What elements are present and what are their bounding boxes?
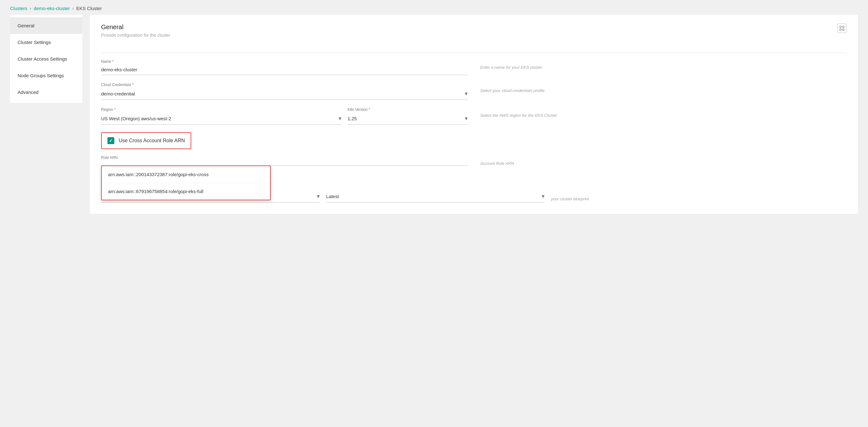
cloud-credentials-dropdown-arrow: ▾ — [465, 90, 468, 97]
cloud-credentials-hint: Select your cloud credentials profile — [480, 83, 847, 93]
region-dropdown-arrow: ▾ — [339, 115, 341, 122]
name-value[interactable]: demo-eks-cluster — [101, 65, 468, 75]
bottom-field-latest: Latest ▾ — [326, 191, 545, 203]
latest-select[interactable]: Latest ▾ — [326, 191, 545, 203]
k8s-select[interactable]: 1.25 ▾ — [348, 113, 468, 125]
blueprint-hint: your cluster blueprint — [551, 191, 847, 201]
cloud-credentials-value: demo-credential — [101, 91, 135, 96]
role-arn-dropdown: arn:aws:iam::200143372387:role/gopi-eks-… — [101, 165, 271, 200]
expand-icon[interactable] — [837, 24, 847, 33]
region-select[interactable]: US West (Oregon) aws/us-west-2 ▾ — [101, 113, 341, 125]
breadcrumb-sep1: › — [30, 6, 31, 11]
role-arn-input[interactable] — [101, 161, 468, 166]
name-field: Name * demo-eks-cluster — [101, 59, 468, 75]
k8s-label: K8s Version * — [348, 108, 468, 112]
sidebar-item-general[interactable]: General — [10, 17, 82, 34]
breadcrumb: Clusters › demo-eks-cluster › EKS Cluste… — [0, 0, 868, 15]
breadcrumb-current: EKS Cluster — [76, 6, 102, 11]
svg-rect-1 — [843, 26, 844, 28]
dropdown-option-1[interactable]: arn:aws:iam::200143372387:role/gopi-eks-… — [102, 166, 270, 183]
breadcrumb-sep2: › — [72, 6, 73, 11]
breadcrumb-clusters[interactable]: Clusters — [10, 6, 27, 11]
role-arn-field: Role ARN arn:aws:iam::200143372387:role/… — [101, 155, 468, 166]
region-hint: Select the AWS region for the EKS Cluste… — [480, 108, 847, 118]
role-arn-label: Role ARN — [101, 155, 468, 160]
region-k8s-fields: Region * US West (Oregon) aws/us-west-2 … — [101, 108, 468, 125]
region-field: Region * US West (Oregon) aws/us-west-2 … — [101, 108, 341, 125]
cross-account-checkbox[interactable]: ✓ — [107, 137, 114, 144]
cloud-credentials-select[interactable]: demo-credential ▾ — [101, 88, 468, 100]
svg-rect-0 — [840, 26, 841, 28]
cross-account-checkbox-row[interactable]: ✓ Use Cross Account Role ARN — [101, 132, 191, 149]
page-subtitle: Provide configuration for the cluster — [101, 33, 170, 38]
content-area: General Provide configuration for the cl… — [90, 15, 858, 214]
cloud-credentials-label: Cloud Credentials * — [101, 83, 468, 87]
svg-rect-2 — [840, 29, 841, 30]
latest-value: Latest — [326, 194, 339, 199]
name-label: Name * — [101, 59, 468, 64]
sidebar-item-cluster-access-settings[interactable]: Cluster Access Settings — [10, 51, 82, 67]
sidebar: General Cluster Settings Cluster Access … — [10, 15, 82, 103]
role-arn-hint: Account Role ARN — [480, 155, 847, 166]
breadcrumb-cluster-name[interactable]: demo-eks-cluster — [34, 6, 70, 11]
region-label: Region * — [101, 108, 341, 112]
checkbox-check-icon: ✓ — [109, 138, 113, 143]
sidebar-item-node-groups-settings[interactable]: Node Groups Settings — [10, 67, 82, 84]
sidebar-item-cluster-settings[interactable]: Cluster Settings — [10, 34, 82, 51]
region-value: US West (Oregon) aws/us-west-2 — [101, 116, 171, 121]
latest-dropdown-arrow: ▾ — [542, 193, 545, 200]
name-hint: Enter a name for your EKS cluster — [480, 59, 847, 70]
k8s-value: 1.25 — [348, 116, 357, 121]
k8s-version-field: K8s Version * 1.25 ▾ — [348, 108, 468, 125]
sidebar-item-advanced[interactable]: Advanced — [10, 84, 82, 100]
k8s-dropdown-arrow: ▾ — [465, 115, 468, 122]
page-title: General — [101, 24, 170, 31]
cloud-credentials-field: Cloud Credentials * demo-credential ▾ — [101, 83, 468, 100]
cross-account-label: Use Cross Account Role ARN — [119, 138, 185, 144]
dropdown-option-2[interactable]: arn:aws:iam::679196758854:role/gopi-eks-… — [102, 183, 270, 200]
svg-rect-3 — [843, 29, 844, 30]
minimal-dropdown-arrow: ▾ — [317, 193, 320, 200]
